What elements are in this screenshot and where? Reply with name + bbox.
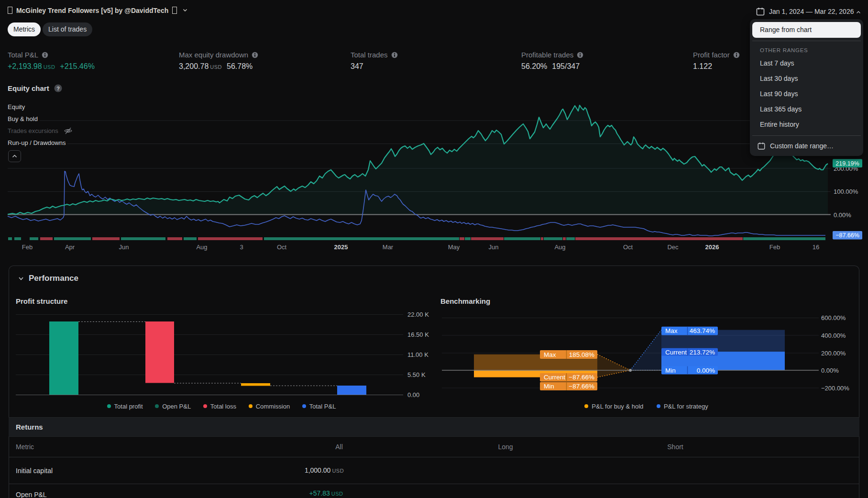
svg-text:5.50 K: 5.50 K	[407, 371, 426, 378]
svg-text:0.00%: 0.00%	[697, 367, 715, 374]
svg-text:Current: Current	[665, 349, 687, 356]
svg-text:Min: Min	[544, 383, 554, 390]
svg-text:400.00%: 400.00%	[821, 332, 846, 339]
svg-text:600.00%: 600.00%	[821, 314, 846, 321]
svg-text:185.08%: 185.08%	[569, 351, 594, 358]
svg-text:463.74%: 463.74%	[690, 327, 715, 334]
svg-text:11.00 K: 11.00 K	[407, 351, 429, 358]
svg-text:16.50 K: 16.50 K	[407, 331, 429, 338]
svg-text:Max: Max	[544, 351, 556, 358]
svg-text:0.00: 0.00	[407, 391, 419, 398]
svg-text:Current: Current	[544, 374, 565, 381]
svg-text:Min: Min	[665, 367, 676, 374]
svg-text:−200.00%: −200.00%	[821, 385, 849, 392]
svg-text:200.00%: 200.00%	[821, 350, 846, 357]
svg-text:213.72%: 213.72%	[690, 349, 715, 356]
svg-text:0.00%: 0.00%	[821, 367, 839, 374]
svg-text:22.00 K: 22.00 K	[407, 311, 429, 318]
svg-text:−87.66%: −87.66%	[569, 383, 594, 390]
svg-text:Max: Max	[665, 327, 678, 334]
svg-text:−87.66%: −87.66%	[569, 374, 594, 381]
